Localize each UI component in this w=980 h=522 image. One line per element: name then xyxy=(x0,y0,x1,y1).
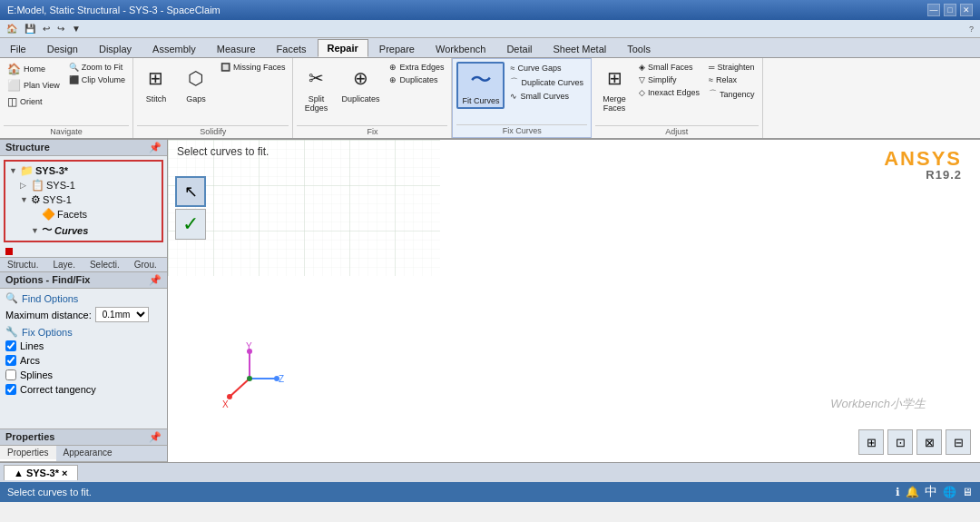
tab-facets[interactable]: Facets xyxy=(267,40,317,57)
undo-icon[interactable]: ↩ xyxy=(40,23,53,34)
duplicates-small-btn[interactable]: ⊕ Duplicates xyxy=(386,74,447,86)
fit-curves-btn[interactable]: 〜 Fit Curves xyxy=(456,62,505,109)
plan-view-btn[interactable]: ⬜ Plan View xyxy=(4,77,64,94)
tab-assembly[interactable]: Assembly xyxy=(142,40,206,57)
lines-checkbox[interactable] xyxy=(5,340,16,351)
panel-tab-structure[interactable]: Structu. xyxy=(0,258,45,271)
max-distance-select[interactable]: 0.1mm 0.5mm 1mm xyxy=(95,307,149,322)
properties-section: Properties 📌 Properties Appearance xyxy=(0,428,167,462)
fix-options-icon: 🔧 xyxy=(5,326,18,338)
network-icon[interactable]: 🌐 xyxy=(943,486,956,498)
minimize-button[interactable]: — xyxy=(927,4,940,16)
find-options-search-icon: 🔍 xyxy=(5,292,18,304)
home-ribbon-btn[interactable]: 🏠 Home xyxy=(4,61,64,77)
display-icon[interactable]: 🖥 xyxy=(962,486,973,498)
svg-point-17 xyxy=(274,376,279,381)
find-options-label: Find Options xyxy=(22,293,78,304)
missing-faces-btn[interactable]: 🔲 Missing Faces xyxy=(217,61,289,74)
extra-edges-btn[interactable]: ⊕ Extra Edges xyxy=(386,61,447,74)
notification-icon[interactable]: 🔔 xyxy=(906,486,919,498)
select-tool[interactable]: ↖ xyxy=(175,176,206,207)
tree-toggle-sys3[interactable]: ▼ xyxy=(9,166,20,175)
tree-toggle-sys1b[interactable]: ▼ xyxy=(20,195,31,204)
statusbar-right-icons: ℹ 🔔 中 🌐 🖥 xyxy=(896,484,973,500)
viewport-tools: ↖ ✓ xyxy=(175,176,206,240)
tree-toggle-sys1a[interactable]: ▷ xyxy=(20,181,31,190)
panel-tab-groups[interactable]: Grou. xyxy=(127,258,164,271)
tree-item-facets[interactable]: 🔶 Facets xyxy=(7,207,160,222)
zoom-fit-btn[interactable]: 🔍 Zoom to Fit xyxy=(65,61,129,74)
viewport-icon-1[interactable]: ⊞ xyxy=(858,429,884,455)
tree-label-sys3: SYS-3* xyxy=(35,165,68,176)
correct-tangency-label: Correct tangency xyxy=(20,384,96,395)
options-title: Options - Find/Fix xyxy=(5,274,91,286)
close-button[interactable]: ✕ xyxy=(960,4,973,16)
find-options-header[interactable]: 🔍 Find Options xyxy=(5,292,162,304)
arcs-checkbox[interactable] xyxy=(5,355,16,366)
fix-options-header[interactable]: 🔧 Fix Options xyxy=(5,326,162,338)
help-icon[interactable]: ? xyxy=(966,24,976,34)
simplify-btn[interactable]: ▽ Simplify xyxy=(635,74,703,86)
tangency-btn[interactable]: ⌒ Tangency xyxy=(705,86,759,102)
straighten-btn[interactable]: ═ Straighten xyxy=(705,61,759,74)
duplicates-btn[interactable]: ⊕ Duplicates xyxy=(337,61,384,106)
quickaccess-dropdown-icon[interactable]: ▼ xyxy=(69,23,83,34)
small-faces-btn[interactable]: ◈ Small Faces xyxy=(635,61,703,74)
correct-tangency-checkbox[interactable] xyxy=(5,384,16,395)
split-edges-btn[interactable]: ✂ SplitEdges xyxy=(297,61,335,115)
lang-chinese-icon[interactable]: 中 xyxy=(925,484,937,500)
tab-file[interactable]: File xyxy=(0,40,36,57)
tree-item-sys3[interactable]: ▼ 📁 SYS-3* xyxy=(7,163,160,178)
redo-icon[interactable]: ↪ xyxy=(54,23,67,34)
home-icon[interactable]: 🏠 xyxy=(4,23,20,34)
tab-detail[interactable]: Detail xyxy=(496,40,542,57)
tab-design[interactable]: Design xyxy=(37,40,88,57)
prop-tab-appearance[interactable]: Appearance xyxy=(56,446,120,461)
gaps-btn[interactable]: ⬡ Gaps xyxy=(177,61,215,106)
clip-volume-btn[interactable]: ⬛ Clip Volume xyxy=(65,74,129,86)
tab-display[interactable]: Display xyxy=(89,40,142,57)
duplicate-curves-btn[interactable]: ⌒ Duplicate Curves xyxy=(506,74,587,90)
viewport-icon-3[interactable]: ⊠ xyxy=(916,429,942,455)
relax-btn[interactable]: ≈ Relax xyxy=(705,74,759,86)
curve-gaps-btn[interactable]: ≈ Curve Gaps xyxy=(506,62,587,74)
structure-pin-icon[interactable]: 📌 xyxy=(149,142,162,153)
maximize-button[interactable]: □ xyxy=(944,4,956,16)
splines-checkbox[interactable] xyxy=(5,369,16,380)
panel-tab-selection[interactable]: Selecti. xyxy=(83,258,127,271)
tab-measure[interactable]: Measure xyxy=(207,40,266,57)
tab-tools[interactable]: Tools xyxy=(617,40,661,57)
tree-item-sys1a[interactable]: ▷ 📋 SYS-1 xyxy=(7,178,160,192)
splines-row: Splines xyxy=(5,369,162,380)
tree-item-sys1b[interactable]: ▼ ⚙ SYS-1 xyxy=(7,192,160,207)
viewport-icon-2[interactable]: ⊡ xyxy=(887,429,913,455)
tree-toggle-curves[interactable]: ▼ xyxy=(31,226,42,235)
viewport[interactable]: Select curves to fit. ANSYS R19.2 ↖ ✓ Z xyxy=(168,140,980,462)
checkmark-tool[interactable]: ✓ xyxy=(175,209,206,240)
axes-indicator: Z Y X xyxy=(213,342,286,417)
orient-btn[interactable]: ◫ Orient xyxy=(4,94,64,110)
quick-access-toolbar: 🏠 💾 ↩ ↪ ▼ ? xyxy=(0,20,980,38)
tree-item-curves[interactable]: ▼ 〜 Curves xyxy=(7,222,160,239)
save-icon[interactable]: 💾 xyxy=(22,23,38,34)
info-icon[interactable]: ℹ xyxy=(896,486,900,498)
options-pin-icon[interactable]: 📌 xyxy=(149,274,162,286)
tab-repair[interactable]: Repair xyxy=(318,39,368,57)
statusbar-message: Select curves to fit. xyxy=(7,487,92,497)
bottom-tab-sys3[interactable]: ▲ SYS-3* × xyxy=(4,465,78,480)
small-curves-btn[interactable]: ∿ Small Curves xyxy=(506,90,587,103)
panel-tab-layers[interactable]: Laye. xyxy=(45,258,82,271)
tab-prepare[interactable]: Prepare xyxy=(369,40,425,57)
instruction-text: Select curves to fit. xyxy=(177,145,269,158)
stitch-btn[interactable]: ⊞ Stitch xyxy=(137,61,175,106)
inexact-edges-btn[interactable]: ◇ Inexact Edges xyxy=(635,86,703,99)
fix-label: Fix xyxy=(297,125,447,138)
prop-tab-properties[interactable]: Properties xyxy=(0,446,56,461)
tab-sheet-metal[interactable]: Sheet Metal xyxy=(544,40,617,57)
properties-pin-icon[interactable]: 📌 xyxy=(149,431,162,443)
merge-faces-btn[interactable]: ⊞ MergeFaces xyxy=(595,61,633,115)
viewport-icon-4[interactable]: ⊟ xyxy=(946,429,971,455)
window-controls[interactable]: — □ ✕ xyxy=(927,4,973,16)
ribbon-group-adjust: ⊞ MergeFaces ◈ Small Faces ▽ Simplify ◇ … xyxy=(592,58,763,138)
tab-workbench[interactable]: Workbench xyxy=(426,40,495,57)
